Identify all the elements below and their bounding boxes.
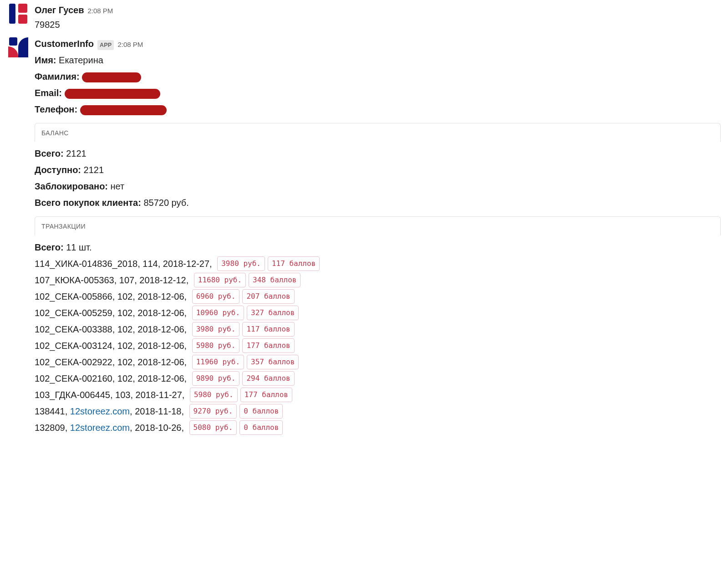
tx-points-tag: 327 баллов — [247, 306, 299, 320]
tx-points-tag: 207 баллов — [242, 289, 294, 304]
customer-surname-line: Фамилия: — [35, 69, 721, 84]
tx-amount-tag: 5980 руб. — [192, 338, 240, 353]
tx-row: 102_СЕКА-002160, 102, 2018-12-06, 9890 р… — [35, 371, 721, 386]
field-value: нет — [111, 181, 125, 191]
tx-row: 103_ГДКА-006445, 103, 2018-11-27, 5980 р… — [35, 388, 721, 402]
balance-available: Доступно: 2121 — [35, 163, 721, 177]
field-label: Фамилия: — [35, 72, 80, 82]
tx-amount-tag: 3980 руб. — [217, 256, 265, 271]
tx-points-tag: 117 баллов — [268, 256, 320, 271]
section-header-balance: БАЛАНС — [35, 123, 721, 142]
tx-text: 132809, — [35, 420, 70, 435]
tx-amount-tag: 11680 руб. — [194, 273, 246, 287]
tx-text: 102_СЕКА-005866, 102, 2018-12-06, — [35, 289, 189, 304]
tx-amount-tag: 6960 руб. — [192, 289, 240, 304]
tx-row: 102_СЕКА-003124, 102, 2018-12-06, 5980 р… — [35, 338, 721, 353]
field-label: Email: — [35, 88, 62, 98]
tx-list: 114_ХИКА-014836_2018, 114, 2018-12-27, 3… — [35, 256, 721, 435]
tx-row: 114_ХИКА-014836_2018, 114, 2018-12-27, 3… — [35, 256, 721, 271]
field-value: 2121 — [66, 148, 87, 158]
field-value: Екатерина — [59, 55, 103, 65]
field-label: Всего покупок клиента: — [35, 198, 141, 208]
field-value: 11 шт. — [66, 242, 92, 252]
tx-text: 103_ГДКА-006445, 103, 2018-11-27, — [35, 388, 187, 402]
field-value: 2121 — [84, 165, 104, 175]
tx-text: , 2018-11-18, — [130, 404, 187, 419]
tx-points-tag: 357 баллов — [247, 355, 299, 369]
message-time: 2:08 PM — [117, 39, 143, 50]
message-body: CustomerInfo APP 2:08 PM Имя: Екатерина … — [35, 36, 721, 438]
redacted-value — [65, 89, 160, 99]
tx-points-tag: 0 баллов — [239, 420, 283, 435]
tx-row: 107_КЮКА-005363, 107, 2018-12-12, 11680 … — [35, 273, 721, 287]
tx-row: 102_СЕКА-005259, 102, 2018-12-06, 10960 … — [35, 306, 721, 320]
tx-amount-tag: 9890 руб. — [192, 371, 240, 386]
tx-amount-tag: 5980 руб. — [190, 388, 238, 402]
tx-text: 102_СЕКА-002160, 102, 2018-12-06, — [35, 371, 189, 386]
customer-name-line: Имя: Екатерина — [35, 53, 721, 67]
tx-text: 107_КЮКА-005363, 107, 2018-12-12, — [35, 273, 191, 287]
tx-points-tag: 0 баллов — [239, 404, 283, 419]
field-label: Всего: — [35, 242, 64, 252]
balance-blocked: Заблокировано: нет — [35, 179, 721, 194]
tx-amount-tag: 5080 руб. — [189, 420, 237, 435]
field-label: Всего: — [35, 148, 64, 158]
sender-name[interactable]: Олег Гусев — [35, 3, 84, 17]
tx-row: 138441, 12storeez.com, 2018-11-18, 9270 … — [35, 404, 721, 419]
tx-points-tag: 348 баллов — [249, 273, 300, 287]
avatar[interactable] — [7, 36, 29, 58]
field-value: 85720 руб. — [143, 198, 188, 208]
redacted-value — [80, 105, 167, 115]
tx-link[interactable]: 12storeez.com — [70, 420, 130, 435]
tx-points-tag: 177 баллов — [240, 388, 292, 402]
tx-points-tag: 177 баллов — [242, 338, 294, 353]
tx-points-tag: 294 баллов — [242, 371, 294, 386]
section-header-transactions: ТРАНЗАКЦИИ — [35, 216, 721, 235]
tx-points-tag: 117 баллов — [242, 322, 294, 337]
tx-text: 102_СЕКА-003124, 102, 2018-12-06, — [35, 338, 189, 353]
redacted-value — [82, 72, 141, 82]
message-time: 2:08 PM — [88, 5, 113, 16]
tx-text: , 2018-10-26, — [130, 420, 187, 435]
message-body: Олег Гусев 2:08 PM 79825 — [35, 3, 721, 32]
tx-text: 114_ХИКА-014836_2018, 114, 2018-12-27, — [35, 256, 214, 271]
sender-name[interactable]: CustomerInfo — [35, 36, 94, 51]
tx-row: 102_СЕКА-003388, 102, 2018-12-06, 3980 р… — [35, 322, 721, 337]
message: Олег Гусев 2:08 PM 79825 — [0, 0, 728, 34]
tx-total: Всего: 11 шт. — [35, 240, 721, 255]
tx-text: 102_СЕКА-002922, 102, 2018-12-06, — [35, 355, 189, 369]
tx-row: 102_СЕКА-005866, 102, 2018-12-06, 6960 р… — [35, 289, 721, 304]
customer-phone-line: Телефон: — [35, 102, 721, 117]
message: CustomerInfo APP 2:08 PM Имя: Екатерина … — [0, 34, 728, 439]
avatar[interactable] — [7, 3, 29, 25]
tx-text: 102_СЕКА-005259, 102, 2018-12-06, — [35, 306, 189, 320]
field-label: Заблокировано: — [35, 181, 108, 191]
app-badge: APP — [97, 40, 114, 50]
tx-text: 102_СЕКА-003388, 102, 2018-12-06, — [35, 322, 189, 337]
balance-total: Всего: 2121 — [35, 146, 721, 161]
field-label: Доступно: — [35, 165, 81, 175]
message-text: 79825 — [35, 17, 721, 32]
field-label: Телефон: — [35, 104, 77, 114]
customer-email-line: Email: — [35, 86, 721, 100]
tx-amount-tag: 3980 руб. — [192, 322, 240, 337]
tx-row: 102_СЕКА-002922, 102, 2018-12-06, 11960 … — [35, 355, 721, 369]
tx-amount-tag: 9270 руб. — [189, 404, 237, 419]
balance-total-purchases: Всего покупок клиента: 85720 руб. — [35, 195, 721, 210]
tx-amount-tag: 10960 руб. — [192, 306, 244, 320]
tx-row: 132809, 12storeez.com, 2018-10-26, 5080 … — [35, 420, 721, 435]
tx-amount-tag: 11960 руб. — [192, 355, 244, 369]
tx-text: 138441, — [35, 404, 70, 419]
tx-link[interactable]: 12storeez.com — [70, 404, 130, 419]
field-label: Имя: — [35, 55, 56, 65]
